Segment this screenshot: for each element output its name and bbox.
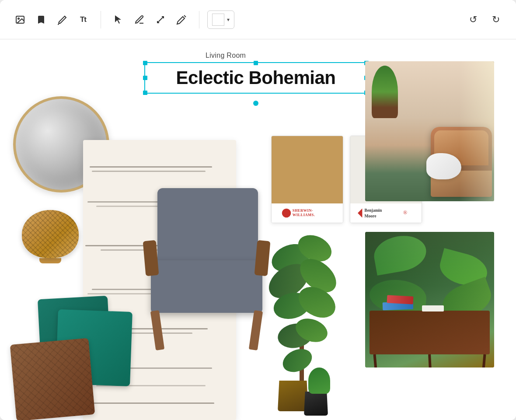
rattan-base — [39, 258, 61, 263]
divider-2 — [199, 11, 199, 28]
chair-back — [157, 188, 258, 267]
annotate-tool-button[interactable] — [130, 10, 149, 29]
undo-icon: ↺ — [469, 14, 477, 25]
toolbar-right: ↺ ↻ — [464, 10, 506, 29]
connector-dot — [253, 101, 258, 106]
pillow-pattern-2 — [10, 338, 95, 420]
plant-leaves — [262, 228, 341, 381]
svg-text:WILLIAMS.: WILLIAMS. — [292, 213, 315, 217]
rug-stripe — [90, 166, 212, 168]
chair-leg-front-left — [150, 310, 164, 350]
accent-chair[interactable] — [144, 188, 271, 350]
title-text: Eclectic Bohemian — [176, 67, 336, 88]
room-photo-2[interactable] — [365, 232, 494, 368]
color-picker-button[interactable]: ▾ — [207, 10, 234, 29]
toolbar: Tt — [0, 0, 516, 39]
svg-text:Moore: Moore — [364, 214, 376, 218]
color-swatch — [212, 14, 224, 26]
plant-leaf-9 — [279, 344, 316, 376]
app-container: Tt — [0, 0, 516, 420]
image-tool-button[interactable] — [10, 10, 30, 29]
rattan-body — [22, 210, 79, 258]
rug-stripe — [87, 402, 214, 404]
svg-line-4 — [184, 15, 186, 17]
svg-point-1 — [18, 18, 19, 19]
room-label: Living Room — [206, 52, 246, 60]
chair-seat — [151, 260, 262, 313]
plant-pot-short — [304, 392, 328, 416]
color-picker-arrow: ▾ — [227, 17, 230, 23]
svg-text:SHERWIN-: SHERWIN- — [292, 208, 313, 213]
swatch-logo-sherwin: SHERWIN- WILLIAMS. — [272, 203, 343, 223]
canvas: Living Room Eclectic Bohemian — [0, 39, 516, 420]
plant-pot-tall — [278, 381, 308, 411]
rug-stripe — [92, 171, 206, 172]
rattan-basket[interactable] — [22, 210, 79, 258]
svg-marker-2 — [115, 15, 121, 24]
select-tool-button[interactable] — [109, 10, 128, 29]
resize-handle-bl[interactable] — [143, 91, 147, 95]
brush-tool-button[interactable] — [52, 10, 72, 29]
svg-text:Benjamin: Benjamin — [364, 208, 382, 213]
brown-pillow[interactable] — [10, 338, 95, 420]
bookmark-tool-button[interactable] — [31, 10, 51, 29]
resize-tool-button[interactable] — [151, 10, 170, 29]
redo-button[interactable]: ↻ — [486, 10, 506, 29]
room-photo-1[interactable] — [365, 61, 494, 201]
chair-leg-front-right — [249, 310, 263, 350]
redo-icon: ↻ — [492, 14, 500, 25]
fiddle-leaf-plant[interactable] — [262, 228, 341, 420]
svg-line-3 — [157, 17, 164, 23]
rattan-lines-2 — [22, 210, 79, 258]
svg-point-5 — [282, 209, 291, 218]
svg-text:®: ® — [403, 210, 407, 216]
resize-handle-tc[interactable] — [254, 61, 258, 65]
resize-handle-tl[interactable] — [143, 61, 147, 65]
title-text-box[interactable]: Eclectic Bohemian — [144, 62, 367, 94]
scene-plant — [372, 66, 398, 118]
pencil-tool-button[interactable] — [172, 10, 191, 29]
undo-button[interactable]: ↺ — [464, 10, 483, 29]
text-tool-label: Tt — [80, 15, 86, 24]
chair-arm-left — [143, 240, 159, 276]
swatch-logo-benjamin: Benjamin Moore ® — [350, 203, 422, 223]
resize-handle-ml[interactable] — [143, 76, 147, 80]
small-plant — [308, 368, 330, 394]
swatch-color-sherwin — [272, 136, 343, 203]
select-tools — [109, 10, 191, 29]
svg-marker-8 — [358, 209, 362, 218]
text-tool-button[interactable]: Tt — [73, 10, 93, 29]
divider-1 — [101, 11, 101, 28]
media-tools: Tt — [10, 10, 93, 29]
sherwin-williams-swatch[interactable]: SHERWIN- WILLIAMS. — [271, 136, 343, 223]
